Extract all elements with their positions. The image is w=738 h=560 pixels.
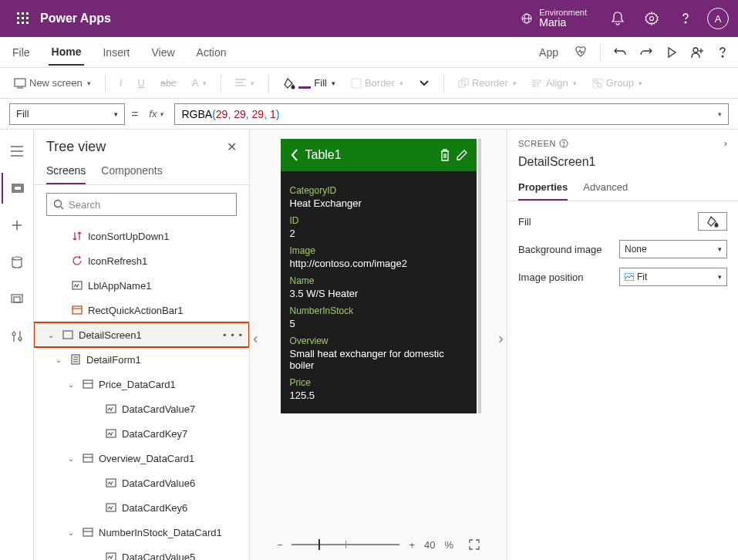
canvas-next-icon[interactable]: › — [498, 329, 504, 347]
play-icon[interactable] — [666, 46, 678, 59]
svg-rect-69 — [625, 273, 634, 281]
tree-item[interactable]: ⌄Overview_DataCard1 — [34, 446, 249, 471]
environment-picker[interactable]: Environment Maria — [521, 8, 587, 29]
svg-rect-58 — [106, 405, 116, 413]
prop-fill-button[interactable] — [698, 212, 727, 231]
tree-item[interactable]: IconRefresh1 — [34, 248, 249, 273]
italic-icon: I — [115, 74, 127, 92]
field-label: Overview — [290, 336, 467, 346]
align-icon: ▾ — [231, 76, 259, 91]
tree-search-input[interactable]: Search — [46, 193, 237, 216]
canvas-prev-icon[interactable]: ‹ — [253, 329, 258, 347]
tree-item-icon — [82, 380, 94, 389]
tree-item-icon — [82, 454, 94, 463]
settings-icon[interactable] — [639, 6, 664, 31]
tree-item-icon — [69, 354, 82, 365]
tree-item[interactable]: DataCardValue5 — [34, 545, 249, 560]
field-value: 3.5 W/S Heater — [290, 288, 467, 299]
tab-home[interactable]: Home — [49, 39, 85, 66]
tab-view[interactable]: View — [148, 40, 177, 65]
prop-bgimage-dropdown[interactable]: None▾ — [619, 240, 727, 258]
rail-tree-icon[interactable] — [2, 173, 32, 204]
edit-icon[interactable] — [457, 150, 467, 160]
rail-insert-icon[interactable] — [2, 210, 32, 241]
close-tree-icon[interactable]: ✕ — [227, 140, 237, 154]
waffle-icon[interactable] — [9, 12, 37, 25]
svg-rect-7 — [22, 22, 24, 24]
app-button[interactable]: App — [536, 40, 561, 65]
new-screen-button[interactable]: New screen▾ — [9, 74, 96, 92]
svg-rect-4 — [22, 17, 24, 19]
align-button: Align▾ — [527, 74, 581, 92]
rail-data-icon[interactable] — [2, 247, 32, 278]
tree-item[interactable]: DataCardKey6 — [34, 495, 249, 520]
back-icon[interactable] — [290, 148, 299, 162]
field-value: 2 — [290, 228, 467, 239]
delete-icon[interactable] — [440, 149, 450, 161]
help-icon[interactable] — [673, 6, 698, 31]
tree-view-panel: Tree view ✕ Screens Components Search Ic… — [34, 130, 250, 560]
field-value: 5 — [290, 318, 467, 329]
rail-advanced-icon[interactable] — [2, 321, 32, 352]
health-icon[interactable] — [574, 46, 588, 59]
fx-button[interactable]: fx▾ — [144, 108, 168, 120]
formula-input[interactable]: RGBA(29, 29, 29, 1) ▾ — [174, 103, 729, 125]
svg-point-45 — [19, 337, 22, 340]
more-icon[interactable]: • • • — [223, 329, 243, 341]
tree-item-label: IconSortUpDown1 — [88, 231, 170, 242]
tree-item-label: DetailScreen1 — [79, 329, 142, 341]
svg-rect-3 — [17, 17, 19, 19]
tree-item[interactable]: ⌄DetailForm1 — [34, 347, 249, 372]
svg-rect-18 — [15, 79, 25, 86]
tree-item[interactable]: ⌄NumberInStock_DataCard1 — [34, 520, 249, 545]
tree-item[interactable]: RectQuickActionBar1 — [34, 298, 249, 322]
tree-item[interactable]: LblAppName1 — [34, 273, 249, 298]
prop-fill-label: Fill — [518, 216, 531, 228]
tree-item[interactable]: ⌄Price_DataCard1 — [34, 372, 249, 396]
props-tab-properties[interactable]: Properties — [518, 175, 568, 201]
redo-icon[interactable] — [639, 46, 653, 59]
svg-rect-56 — [83, 380, 93, 388]
tree-tab-components[interactable]: Components — [101, 158, 162, 184]
zoom-out-icon[interactable]: − — [277, 539, 283, 551]
tree-item-icon — [105, 478, 117, 487]
tree-item[interactable]: DataCardValue6 — [34, 471, 249, 495]
fit-screen-icon[interactable] — [469, 539, 480, 550]
svg-rect-51 — [63, 331, 72, 339]
svg-line-47 — [61, 207, 63, 209]
notifications-icon[interactable] — [605, 6, 630, 31]
properties-panel: SCREEN › DetailScreen1 Properties Advanc… — [507, 130, 738, 560]
formula-bar: Fill▾ = fx▾ RGBA(29, 29, 29, 1) ▾ — [0, 99, 738, 130]
tab-action[interactable]: Action — [194, 40, 230, 65]
tree-tab-screens[interactable]: Screens — [46, 158, 86, 184]
chevron-expand-icon[interactable] — [414, 76, 434, 90]
props-chevron-icon[interactable]: › — [724, 137, 727, 149]
help-ribbon-icon[interactable] — [716, 46, 729, 59]
undo-icon[interactable] — [613, 46, 627, 59]
tree-item[interactable]: IconSortUpDown1 — [34, 224, 249, 248]
rail-media-icon[interactable] — [2, 284, 32, 315]
tree-item-label: DetailForm1 — [86, 354, 141, 366]
tab-insert[interactable]: Insert — [99, 40, 133, 65]
phone-header: Table1 — [281, 139, 477, 171]
tree-item[interactable]: ⌄DetailScreen1• • • — [34, 322, 249, 347]
svg-rect-23 — [352, 79, 361, 88]
field-label: Image — [290, 245, 467, 256]
zoom-in-icon[interactable]: + — [409, 539, 415, 551]
tree-item[interactable]: DataCardValue7 — [34, 396, 249, 421]
fill-button[interactable]: Fill▾ — [278, 74, 340, 93]
props-tab-advanced[interactable]: Advanced — [583, 175, 628, 201]
tree-item[interactable]: DataCardKey7 — [34, 421, 249, 446]
svg-rect-62 — [106, 479, 116, 487]
share-icon[interactable] — [690, 46, 704, 59]
tab-file[interactable]: File — [9, 40, 33, 65]
property-dropdown[interactable]: Fill▾ — [9, 103, 125, 125]
zoom-value: 40 — [424, 539, 435, 551]
svg-rect-1 — [22, 12, 24, 15]
zoom-slider[interactable] — [291, 544, 399, 545]
equals-sign: = — [131, 107, 138, 121]
group-button: Group▾ — [588, 74, 647, 92]
rail-hamburger-icon[interactable] — [2, 136, 32, 167]
user-avatar[interactable]: A — [707, 8, 729, 29]
prop-imgpos-dropdown[interactable]: Fit▾ — [619, 268, 727, 286]
